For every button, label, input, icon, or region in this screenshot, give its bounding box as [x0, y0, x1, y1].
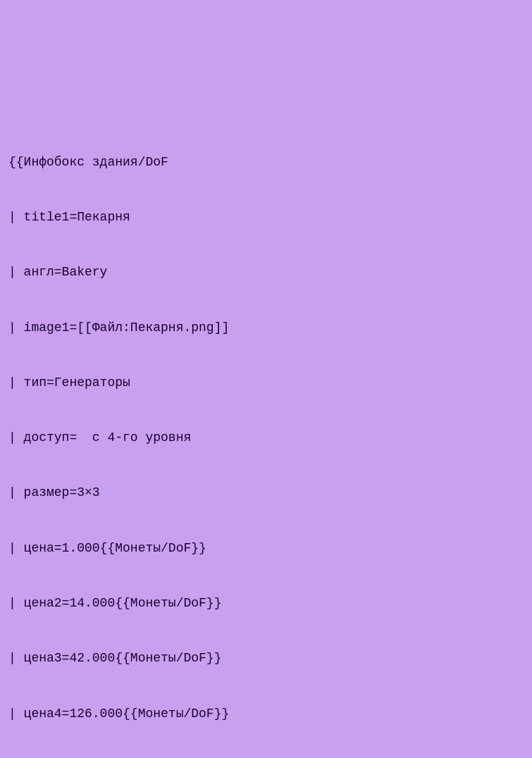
line-5: | доступ= с 4-го уровня: [8, 428, 524, 447]
line-4: | тип=Генераторы: [8, 373, 524, 392]
infobox-block: {{Инфобокс здания/DoF | title1=Пекарня |…: [8, 116, 524, 758]
line-1: | title1=Пекарня: [8, 208, 524, 226]
line-6: | размер=3×3: [8, 483, 524, 502]
line-2: | англ=Bakery: [8, 263, 524, 281]
line-8: | цена2=14.000{{Монеты/DoF}}: [8, 594, 524, 612]
line-3: | image1=[[Файл:Пекарня.png]]: [8, 318, 524, 337]
line-9: | цена3=42.000{{Монеты/DoF}}: [8, 649, 524, 667]
line-0: {{Инфобокс здания/DoF: [8, 153, 524, 171]
line-7: | цена=1.000{{Монеты/DoF}}: [8, 539, 524, 557]
main-content: {{Инфобокс здания/DoF | title1=Пекарня |…: [8, 79, 524, 758]
line-10: | цена4=126.000{{Монеты/DoF}}: [8, 704, 524, 723]
